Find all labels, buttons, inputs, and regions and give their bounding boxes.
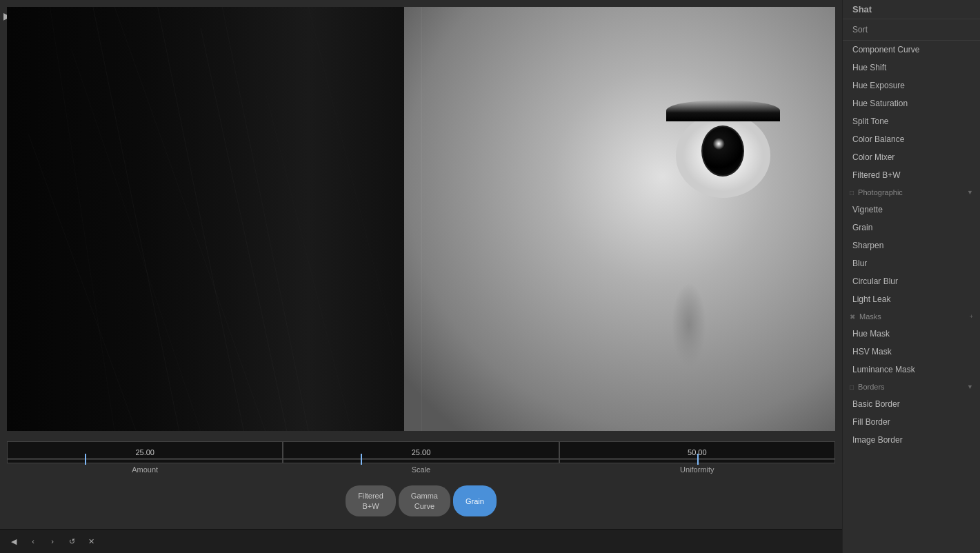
uniformity-slider-group[interactable]: 50.00 Uniformity	[559, 441, 835, 474]
borders-icon: □	[850, 383, 854, 391]
panel-item-filtered-bw[interactable]: Filtered B+W	[843, 166, 980, 184]
canvas-area: ▶	[0, 0, 842, 553]
panel-item-basic-border[interactable]: Basic Border	[843, 395, 980, 413]
amount-value: 25.00	[135, 448, 154, 456]
svg-line-8	[114, 7, 266, 431]
photo-divider	[421, 7, 422, 431]
panel-item-split-tone[interactable]: Split Tone	[843, 112, 980, 130]
panel-item-vignette[interactable]: Vignette	[843, 201, 980, 219]
uniformity-label: Uniformity	[680, 465, 714, 474]
panel-item-hue-shift[interactable]: Hue Shift	[843, 59, 980, 77]
scale-value: 25.00	[412, 448, 431, 456]
svg-line-3	[222, 7, 308, 431]
photographic-label: Photographic	[858, 188, 903, 197]
nav-back-icon[interactable]: ◀	[7, 534, 21, 548]
svg-line-5	[72, 50, 201, 432]
panel-item-luminance-mask[interactable]: Luminance Mask	[843, 361, 980, 379]
camera-icon: □	[850, 189, 854, 197]
uniformity-track-bg	[560, 458, 834, 460]
borders-label: Borders	[858, 383, 885, 391]
eyelashes-top	[666, 100, 780, 121]
panel-scroll[interactable]: Component Curve Hue Shift Hue Exposure H…	[843, 41, 980, 553]
panel-item-hue-exposure[interactable]: Hue Exposure	[843, 77, 980, 94]
shat-label: Shat	[843, 0, 980, 19]
eye-area	[676, 113, 770, 198]
svg-line-2	[50, 7, 114, 431]
photo-left	[7, 7, 438, 431]
scale-thumb[interactable]	[361, 454, 362, 465]
image-container	[7, 7, 835, 431]
panel-item-component-curve[interactable]: Component Curve	[843, 41, 980, 59]
amount-track-bg	[8, 458, 282, 460]
grain-button[interactable]: Grain	[453, 485, 497, 516]
amount-slider-group[interactable]: 25.00 Amount	[7, 441, 283, 474]
photographic-expand-icon: ▼	[967, 189, 973, 196]
scale-label: Scale	[412, 465, 431, 474]
nose-area	[672, 283, 706, 368]
bottom-toolbar: ◀ ‹ › ↺ ✕	[0, 529, 842, 553]
scale-track-bg	[283, 458, 558, 460]
uniformity-slider-track[interactable]: 50.00	[559, 441, 835, 463]
svg-line-7	[308, 7, 394, 346]
panel-item-color-mixer[interactable]: Color Mixer	[843, 148, 980, 166]
panel-item-light-leak[interactable]: Light Leak	[843, 290, 980, 308]
masks-icon: ✖	[850, 313, 855, 321]
svg-line-6	[28, 134, 136, 432]
right-panel: Shat Sort Adjustments Presets Component …	[842, 0, 980, 553]
photographic-header[interactable]: □ Photographic ▼	[843, 184, 980, 201]
filter-buttons: FilteredB+W GammaCurve Grain	[7, 477, 835, 522]
gamma-curve-button[interactable]: GammaCurve	[399, 485, 450, 516]
borders-header[interactable]: □ Borders ▼	[843, 379, 980, 395]
svg-line-4	[266, 92, 352, 431]
next-icon[interactable]: ›	[46, 534, 59, 548]
panel-item-blur[interactable]: Blur	[843, 254, 980, 272]
panel-item-fill-border[interactable]: Fill Border	[843, 413, 980, 431]
masks-label: Masks	[859, 312, 881, 321]
panel-item-circular-blur[interactable]: Circular Blur	[843, 272, 980, 290]
panel-item-hsv-mask[interactable]: HSV Mask	[843, 343, 980, 361]
amount-thumb[interactable]	[85, 454, 86, 465]
panel-item-hue-saturation[interactable]: Hue Saturation	[843, 94, 980, 112]
masks-header[interactable]: ✖ Masks +	[843, 308, 980, 325]
panel-item-hue-mask[interactable]: Hue Mask	[843, 325, 980, 343]
prev-icon[interactable]: ‹	[26, 534, 40, 548]
uniformity-thumb[interactable]	[697, 454, 699, 465]
borders-expand-icon: ▼	[967, 383, 973, 390]
masks-expand-icon: +	[970, 313, 973, 320]
photo-right	[404, 7, 835, 431]
svg-line-0	[93, 7, 179, 431]
amount-label: Amount	[132, 465, 158, 474]
close-icon[interactable]: ✕	[84, 534, 98, 548]
sliders-row: 25.00 Amount 25.00	[7, 438, 835, 477]
amount-slider-track[interactable]: 25.00	[7, 441, 283, 463]
pupil	[701, 125, 744, 177]
panel-item-color-balance[interactable]: Color Balance	[843, 130, 980, 148]
panel-item-image-border[interactable]: Image Border	[843, 431, 980, 449]
panel-item-grain[interactable]: Grain	[843, 219, 980, 237]
scale-slider-group[interactable]: 25.00 Scale	[283, 441, 559, 474]
scale-slider-track[interactable]: 25.00	[283, 441, 559, 463]
sort-label: Sort	[843, 19, 980, 41]
controls-area: 25.00 Amount 25.00	[0, 438, 842, 529]
filtered-bw-button[interactable]: FilteredB+W	[346, 485, 396, 516]
refresh-icon[interactable]: ↺	[65, 534, 79, 548]
panel-item-sharpen[interactable]: Sharpen	[843, 237, 980, 254]
svg-line-1	[158, 7, 244, 431]
